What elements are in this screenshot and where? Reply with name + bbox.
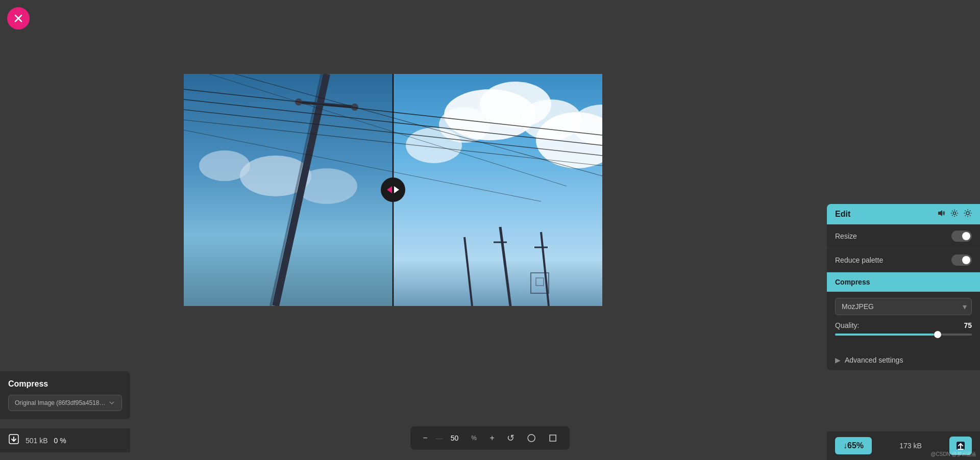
gear-icon[interactable] [950, 209, 959, 219]
quality-label: Quality: [835, 321, 859, 329]
resize-row: Resize [827, 224, 980, 248]
zoom-toolbar: − — 50 % + ↺ [410, 426, 570, 450]
reduce-palette-label: Reduce palette [835, 256, 883, 264]
svg-rect-38 [550, 435, 556, 441]
left-panel: Compress Original Image (86f3df95a451889… [0, 371, 130, 419]
download-row: 501 kB 0 % [0, 428, 130, 452]
savings-arrow: ↓ [843, 441, 847, 450]
zoom-value: 50 [447, 434, 462, 442]
resize-label: Resize [835, 232, 857, 240]
quality-row: Quality: 75 [835, 321, 972, 329]
download-button[interactable] [8, 433, 19, 447]
zoom-out-button[interactable]: − [419, 431, 431, 445]
image-selector[interactable]: Original Image (86f3df95a451889a... [8, 395, 122, 411]
advanced-chevron-icon: ▶ [835, 356, 841, 364]
close-button[interactable] [7, 7, 30, 30]
quality-slider-thumb [934, 331, 941, 338]
edit-header: Edit [827, 204, 980, 224]
resize-toggle[interactable] [951, 231, 972, 242]
reduce-palette-toggle[interactable] [951, 254, 972, 266]
edit-title: Edit [835, 210, 850, 219]
toolbar-separator: — [436, 434, 443, 442]
svg-point-12 [199, 150, 250, 181]
image-selector-wrapper: Original Image (86f3df95a451889a... [8, 395, 122, 411]
savings-percent: 0 % [54, 437, 66, 445]
image-preview-area [184, 74, 602, 306]
advanced-settings-label: Advanced settings [845, 356, 903, 364]
format-select[interactable]: MozJPEG WebP AVIF OxiPNG [835, 298, 972, 315]
quality-slider-fill [835, 334, 938, 336]
edit-header-icons [937, 209, 972, 219]
settings-icon[interactable] [964, 209, 972, 219]
advanced-settings-row[interactable]: ▶ Advanced settings [827, 350, 980, 370]
svg-point-42 [953, 212, 956, 215]
bottom-right-bar: ↓65% 173 kB @CSDN @梦zi涵涵 [827, 431, 980, 460]
zoom-in-button[interactable]: + [486, 431, 499, 445]
compress-title: Compress [835, 278, 870, 286]
file-size-label: 501 kB [26, 437, 48, 445]
compress-content: MozJPEG WebP AVIF OxiPNG ▾ Quality: 75 [827, 292, 980, 350]
fit-button[interactable] [523, 431, 540, 445]
output-file-size: 173 kB [899, 442, 922, 450]
quality-value: 75 [964, 321, 972, 329]
format-select-wrapper: MozJPEG WebP AVIF OxiPNG ▾ [835, 298, 972, 315]
svg-point-37 [528, 435, 535, 442]
quality-slider[interactable] [835, 334, 972, 336]
speaker-icon[interactable] [937, 209, 945, 219]
savings-button[interactable]: ↓65% [835, 437, 872, 454]
zoom-unit: % [467, 435, 482, 442]
svg-marker-41 [938, 210, 942, 216]
reset-zoom-button[interactable]: ↺ [503, 430, 519, 446]
left-panel-title: Compress [8, 379, 122, 389]
crop-button[interactable] [544, 431, 561, 445]
svg-point-43 [966, 212, 969, 215]
svg-point-34 [381, 177, 405, 202]
right-panel: Edit [827, 204, 980, 370]
watermark: @CSDN @梦zi涵涵 [930, 451, 976, 458]
reduce-palette-row: Reduce palette [827, 248, 980, 272]
compress-header: Compress [827, 272, 980, 292]
